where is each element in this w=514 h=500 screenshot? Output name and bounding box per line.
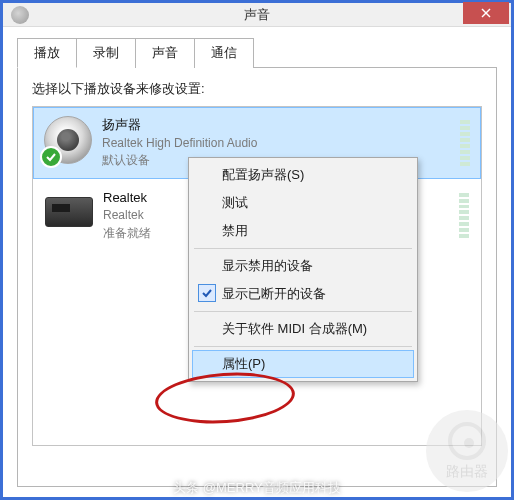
watermark-router-label: 路由器: [446, 463, 488, 481]
menu-configure-speakers[interactable]: 配置扬声器(S): [192, 161, 414, 189]
tab-communications[interactable]: 通信: [194, 38, 254, 68]
close-icon: [481, 8, 491, 18]
device-icon: [45, 189, 93, 237]
digital-out-icon: [45, 197, 93, 227]
context-menu: 配置扬声器(S) 测试 禁用 显示禁用的设备 显示已断开的设备 关于软件 MID…: [188, 157, 418, 382]
device-icon: [44, 116, 92, 164]
menu-test[interactable]: 测试: [192, 189, 414, 217]
titlebar: 声音: [3, 3, 511, 27]
menu-separator: [194, 248, 412, 249]
close-button[interactable]: [463, 2, 509, 24]
menu-separator: [194, 311, 412, 312]
tab-sounds[interactable]: 声音: [135, 38, 195, 68]
tabpanel-playback: 选择以下播放设备来修改设置: 扬声器 Realtek High Definiti…: [17, 67, 497, 487]
device-subtitle: Realtek High Definition Audio: [102, 135, 454, 152]
menu-show-disconnected[interactable]: 显示已断开的设备: [192, 280, 414, 308]
menu-separator: [194, 346, 412, 347]
menu-properties[interactable]: 属性(P): [192, 350, 414, 378]
app-icon: [11, 6, 29, 24]
device-list[interactable]: 扬声器 Realtek High Definition Audio 默认设备 R…: [32, 106, 482, 446]
level-meter: [460, 116, 470, 170]
menu-show-disabled[interactable]: 显示禁用的设备: [192, 252, 414, 280]
default-check-icon: [40, 146, 62, 168]
menu-disable[interactable]: 禁用: [192, 217, 414, 245]
tab-playback[interactable]: 播放: [17, 38, 77, 68]
tab-recording[interactable]: 录制: [76, 38, 136, 68]
menu-about-midi[interactable]: 关于软件 MIDI 合成器(M): [192, 315, 414, 343]
instruction-text: 选择以下播放设备来修改设置:: [32, 80, 482, 98]
watermark-router-logo: 路由器: [426, 410, 508, 492]
window-title: 声音: [3, 6, 511, 24]
tabstrip: 播放 录制 声音 通信: [17, 37, 497, 67]
router-icon: [448, 422, 486, 460]
menu-label: 显示已断开的设备: [222, 285, 326, 303]
level-meter: [459, 189, 469, 243]
device-name: 扬声器: [102, 116, 454, 135]
check-icon: [198, 284, 216, 302]
